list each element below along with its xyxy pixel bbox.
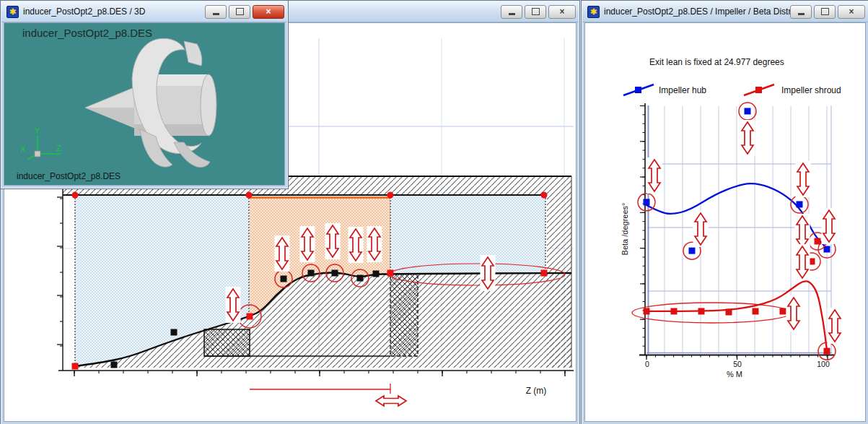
beta-distribution-window: ✱ inducer_PostOpt2_p8.DES / Impeller / B… bbox=[581, 0, 868, 424]
y-axis-label: Beta /degrees° bbox=[621, 203, 629, 256]
shroud-beta-control-point[interactable] bbox=[671, 308, 678, 314]
drag-arrow-icon[interactable] bbox=[822, 208, 837, 244]
shroud-beta-control-point[interactable] bbox=[815, 238, 821, 245]
outlet-block-hatch bbox=[547, 176, 571, 368]
close-icon: × bbox=[559, 7, 564, 16]
hub-control-point[interactable] bbox=[357, 275, 364, 282]
red-control-point[interactable] bbox=[72, 363, 79, 370]
triad-z-label: Z bbox=[56, 144, 61, 152]
model-label-bottom: inducer_PostOpt2_p8.DES bbox=[17, 171, 120, 181]
maximize-button[interactable] bbox=[525, 5, 546, 19]
drag-arrow-icon[interactable] bbox=[693, 211, 709, 247]
minimize-icon bbox=[213, 13, 219, 15]
maximize-icon bbox=[236, 8, 244, 15]
red-control-dot[interactable] bbox=[541, 192, 548, 199]
drag-arrow-icon[interactable] bbox=[740, 120, 755, 156]
drag-arrow-icon[interactable] bbox=[647, 157, 662, 194]
legend-hub-marker bbox=[635, 87, 641, 93]
minimize-icon bbox=[798, 13, 805, 15]
red-control-dot[interactable] bbox=[246, 192, 253, 199]
selection-ellipse bbox=[632, 303, 791, 323]
legend-shroud-label: Impeller shroud bbox=[781, 85, 841, 95]
red-control-dot[interactable] bbox=[72, 192, 79, 199]
hub-control-point[interactable] bbox=[281, 276, 287, 282]
app-icon: ✱ bbox=[587, 6, 600, 18]
shroud-beta-control-point[interactable] bbox=[753, 308, 759, 314]
legend-shroud-marker bbox=[755, 87, 762, 93]
z-axis-label: Z (m) bbox=[526, 386, 547, 396]
minimize-button[interactable] bbox=[205, 5, 227, 19]
shroud-beta-control-point[interactable] bbox=[824, 348, 830, 355]
drag-arrow-icon[interactable] bbox=[786, 295, 802, 332]
window-title: inducer_PostOpt2_p8.DES / Impeller / Bet… bbox=[604, 7, 790, 17]
impeller-3d-model bbox=[85, 38, 216, 167]
shroud-beta-control-point[interactable] bbox=[644, 308, 650, 314]
drag-arrow-icon[interactable] bbox=[325, 223, 341, 259]
drag-arrow-icon[interactable] bbox=[828, 308, 843, 344]
red-control-point[interactable] bbox=[541, 270, 548, 277]
chart-title: Exit lean is fixed at 24.977 degrees bbox=[649, 57, 784, 67]
x-tick-100: 100 bbox=[817, 360, 830, 368]
x-tick-50: 50 bbox=[733, 360, 742, 368]
shroud-beta-control-point[interactable] bbox=[780, 308, 786, 314]
blade-box-1 bbox=[204, 329, 250, 356]
legend-hub-label: Impeller hub bbox=[659, 85, 706, 95]
drag-arrow-icon[interactable] bbox=[481, 255, 496, 291]
maximize-button[interactable] bbox=[814, 5, 836, 19]
close-button[interactable]: × bbox=[548, 5, 576, 19]
drag-arrow-icon[interactable] bbox=[300, 226, 315, 262]
drag-arrow-icon[interactable] bbox=[796, 161, 811, 197]
drag-arrow-h-icon[interactable] bbox=[374, 394, 408, 408]
hub-beta-control-point[interactable] bbox=[689, 248, 696, 254]
red-control-point[interactable] bbox=[387, 270, 394, 277]
desktop: × bbox=[0, 0, 868, 424]
hub-beta-control-point[interactable] bbox=[797, 201, 803, 207]
maximize-icon bbox=[532, 8, 540, 15]
red-control-point[interactable] bbox=[247, 313, 253, 320]
viewer-3d-window: ✱ inducer_PostOpt2_p8.DES / 3D × inducer… bbox=[0, 0, 289, 189]
legend: Impeller hub Impeller shroud bbox=[623, 85, 841, 95]
close-button[interactable]: × bbox=[253, 5, 284, 19]
beta-chart-canvas[interactable]: Exit lean is fixed at 24.977 degrees Imp… bbox=[584, 22, 866, 422]
hub-control-point[interactable] bbox=[373, 271, 380, 277]
maximize-icon bbox=[821, 8, 829, 15]
app-icon: ✱ bbox=[6, 6, 19, 18]
blade-box-2 bbox=[390, 274, 418, 356]
hub-control-point[interactable] bbox=[171, 329, 177, 336]
beta-titlebar[interactable]: ✱ inducer_PostOpt2_p8.DES / Impeller / B… bbox=[582, 1, 868, 22]
close-icon: × bbox=[849, 7, 854, 16]
drag-arrow-icon[interactable] bbox=[795, 244, 810, 280]
x-axis-label: % M bbox=[727, 370, 742, 378]
outlet-region bbox=[390, 195, 545, 273]
minimize-icon bbox=[509, 13, 515, 15]
maximize-button[interactable] bbox=[229, 5, 250, 19]
drag-arrow-icon[interactable] bbox=[226, 287, 241, 323]
model-label-top: inducer_PostOpt2_p8.DES bbox=[22, 27, 152, 39]
shroud-beta-control-point[interactable] bbox=[698, 308, 705, 314]
x-tick-0: 0 bbox=[645, 360, 649, 368]
viewer-3d-canvas[interactable]: inducer_PostOpt2_p8.DES bbox=[4, 22, 285, 186]
drag-arrow-icon[interactable] bbox=[367, 226, 382, 262]
minimize-button[interactable] bbox=[790, 5, 812, 19]
drag-arrow-icon[interactable] bbox=[275, 235, 290, 272]
hub-beta-control-point[interactable] bbox=[745, 108, 751, 114]
close-button[interactable]: × bbox=[838, 5, 865, 19]
hub-control-point[interactable] bbox=[111, 362, 118, 368]
triad-x-label: X bbox=[20, 144, 26, 153]
viewer-3d-titlebar[interactable]: ✱ inducer_PostOpt2_p8.DES / 3D × bbox=[1, 1, 287, 22]
window-title: inducer_PostOpt2_p8.DES / 3D bbox=[23, 7, 205, 17]
shroud-beta-control-point[interactable] bbox=[726, 309, 732, 316]
minimize-button[interactable] bbox=[501, 5, 522, 19]
triad-y-label: Y bbox=[35, 126, 40, 135]
drag-arrow-icon[interactable] bbox=[348, 227, 364, 263]
hub-control-point[interactable] bbox=[308, 270, 315, 277]
close-icon: × bbox=[266, 7, 271, 16]
hub-beta-control-point[interactable] bbox=[644, 199, 650, 205]
hub-control-point[interactable] bbox=[332, 270, 338, 277]
red-control-dot[interactable] bbox=[387, 192, 394, 199]
